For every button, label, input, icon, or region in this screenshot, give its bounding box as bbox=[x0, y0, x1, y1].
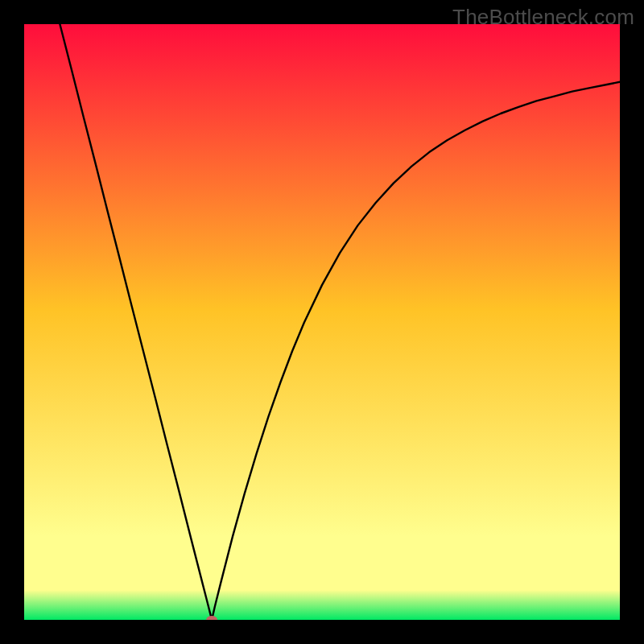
watermark-text: TheBottleneck.com bbox=[452, 5, 634, 30]
bottleneck-chart bbox=[24, 24, 620, 620]
gradient-background bbox=[24, 24, 620, 620]
chart-frame: TheBottleneck.com bbox=[0, 0, 644, 644]
